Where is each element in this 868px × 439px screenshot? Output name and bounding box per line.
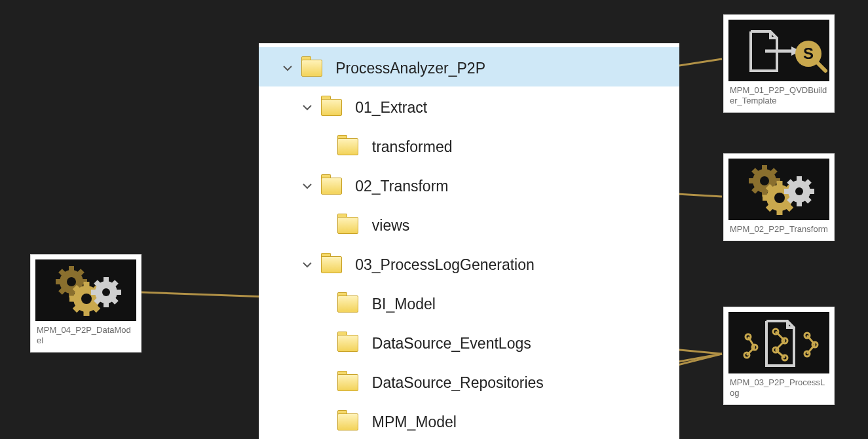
folder-label: 03_ProcessLogGeneration (355, 256, 535, 273)
folder-label: BI_Model (372, 296, 436, 313)
app-card-transform[interactable]: MPM_02_P2P_Transform (723, 153, 835, 241)
svg-line-12 (60, 271, 65, 275)
diagram-canvas: ProcessAnalyzer_P2P 01_Extract transform… (0, 0, 868, 439)
svg-line-50 (771, 170, 776, 174)
tree-row-extract[interactable]: 01_Extract (259, 86, 679, 126)
svg-line-22 (75, 287, 79, 292)
tree-row-plg[interactable]: 03_ProcessLogGeneration (259, 244, 679, 283)
chevron-down-icon[interactable] (298, 88, 316, 127)
svg-line-33 (113, 299, 117, 303)
gears-icon (35, 259, 136, 321)
svg-line-81 (748, 337, 755, 347)
app-card-caption: MPM_01_P2P_QVDBuilder_Template (728, 81, 829, 107)
folder-icon (337, 296, 358, 313)
app-card-datamodel[interactable]: MPM_04_P2P_DataModel (30, 254, 142, 353)
tree-row-transformed[interactable]: transformed (259, 126, 679, 165)
app-card-processlog[interactable]: MPM_03_P2P_ProcessLog (723, 307, 835, 405)
tree-row-mpm-model[interactable]: MPM_Model (259, 401, 679, 439)
svg-point-17 (81, 294, 92, 304)
app-card-caption: MPM_02_P2P_Transform (728, 220, 829, 236)
folder-label: transformed (372, 138, 453, 155)
app-card-caption: MPM_04_P2P_DataModel (35, 321, 136, 347)
chevron-down-icon[interactable] (298, 166, 316, 206)
tree-row-root[interactable]: ProcessAnalyzer_P2P (259, 47, 679, 86)
folder-label: DataSource_EventLogs (372, 335, 531, 352)
svg-line-87 (807, 345, 815, 354)
folder-label: ProcessAnalyzer_P2P (335, 60, 485, 77)
folder-icon (301, 60, 322, 77)
tree-row-ds-eventlogs[interactable]: DataSource_EventLogs (259, 322, 679, 362)
folder-icon (337, 374, 358, 391)
svg-line-49 (753, 187, 758, 192)
svg-line-57 (768, 186, 772, 191)
folder-tree: ProcessAnalyzer_P2P 01_Extract transform… (259, 43, 679, 439)
gears-icon (728, 159, 829, 220)
folder-label: views (372, 217, 410, 234)
svg-line-23 (94, 306, 98, 311)
folder-icon (337, 335, 358, 352)
svg-point-42 (760, 176, 769, 185)
tree-row-bimodel[interactable]: BI_Model (259, 283, 679, 322)
svg-line-70 (806, 181, 810, 185)
svg-point-52 (774, 193, 785, 203)
folder-icon (337, 138, 358, 155)
folder-label: 02_Transform (355, 178, 448, 195)
tree-row-transform[interactable]: 02_Transform (259, 165, 679, 204)
svg-line-32 (96, 282, 100, 286)
process-graph-icon (728, 312, 829, 373)
folder-icon (337, 413, 358, 430)
svg-line-15 (78, 271, 83, 275)
svg-line-69 (789, 198, 793, 202)
svg-point-27 (102, 288, 110, 296)
svg-line-40 (818, 63, 825, 71)
data-source-icon: S (728, 20, 829, 81)
folder-icon (321, 99, 342, 116)
tree-row-ds-repos[interactable]: DataSource_Repositories (259, 362, 679, 401)
folder-label: DataSource_Repositories (372, 374, 544, 391)
tree-row-views[interactable]: views (259, 204, 679, 244)
app-card-caption: MPM_03_P2P_ProcessLog (728, 373, 829, 400)
svg-line-14 (60, 288, 65, 293)
folder-icon (321, 256, 342, 273)
svg-line-35 (113, 282, 117, 286)
chevron-down-icon[interactable] (298, 245, 316, 284)
svg-line-34 (96, 299, 100, 303)
svg-line-86 (807, 335, 815, 345)
folder-label: 01_Extract (355, 99, 427, 116)
app-card-qvdbuilder[interactable]: S MPM_01_P2P_QVDBuilder_Template (723, 14, 835, 113)
svg-line-68 (806, 198, 810, 202)
svg-line-59 (768, 205, 772, 210)
svg-text:S: S (803, 45, 814, 62)
svg-line-77 (776, 350, 785, 358)
folder-label: MPM_Model (372, 413, 457, 430)
svg-line-75 (776, 332, 785, 341)
folder-icon (321, 178, 342, 195)
svg-line-24 (75, 306, 79, 311)
chevron-down-icon[interactable] (278, 48, 297, 88)
svg-line-47 (753, 170, 758, 174)
svg-line-58 (787, 205, 791, 210)
svg-line-67 (789, 181, 793, 185)
svg-line-76 (776, 341, 785, 350)
svg-line-82 (747, 347, 755, 355)
svg-point-7 (67, 277, 76, 286)
svg-point-62 (795, 187, 803, 195)
folder-icon (337, 217, 358, 234)
